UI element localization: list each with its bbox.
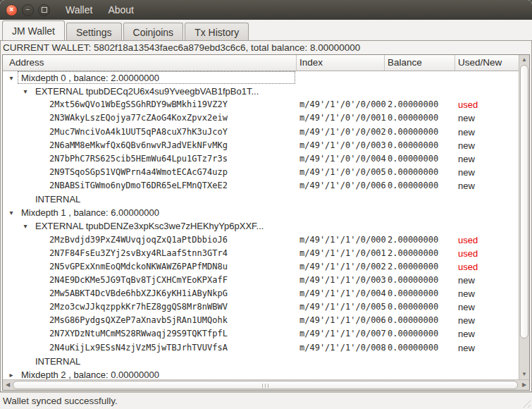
address-cell: 2N9TSqoSGpS1VQWPrn4a4WmotECAcG74uzp bbox=[49, 166, 228, 179]
tree-body: ▾Mixdepth 0 , balance: 2.00000000▾EXTERN… bbox=[3, 71, 519, 379]
tree-row[interactable]: 2N7bPhC7RS625cib5HEmWu64Lpu1GTz7r3sm/49'… bbox=[3, 152, 519, 166]
address-cell: 2N5vGPExXnmEoQMdckoNKWAWZ6PAPfMDN8u bbox=[49, 260, 228, 274]
tree-row[interactable]: 2Muc7WnciVoA4k1UUT5qPA8cuX7hK3uJcoYm/49'… bbox=[3, 126, 519, 139]
tree-row[interactable]: 2MzBvdjd39PxZ4WUvqjoqZxQ1aPtDbbioJ6m/49'… bbox=[3, 233, 519, 247]
status-cell: new bbox=[458, 314, 475, 327]
column-header-balance[interactable]: Balance bbox=[385, 55, 455, 71]
status-cell: new bbox=[458, 287, 475, 300]
scroll-down-icon[interactable]: ▼ bbox=[519, 370, 529, 379]
status-cell: new bbox=[458, 341, 475, 355]
address-cell: 2Mzo3cwJJkqzppkKr7hEZ8ggQS8Mr8nWBWV bbox=[49, 300, 228, 314]
index-cell: m/49'/1'/1'/0/000 bbox=[299, 233, 386, 247]
close-icon: × bbox=[10, 6, 14, 13]
status-cell: used bbox=[458, 260, 478, 274]
index-cell: m/49'/1'/1'/0/001 bbox=[299, 247, 386, 260]
column-header-index[interactable]: Index bbox=[297, 55, 385, 71]
resize-grip-icon[interactable] bbox=[521, 398, 531, 408]
scroll-right-icon[interactable]: ▶ bbox=[519, 380, 529, 390]
index-cell: m/49'/1'/1'/0/004 bbox=[299, 287, 386, 300]
balance-cell: 2.00000000 bbox=[388, 260, 438, 274]
index-cell: m/49'/1'/1'/0/006 bbox=[299, 314, 386, 327]
chevron-down-icon[interactable]: ▾ bbox=[7, 71, 16, 85]
tree-row[interactable]: 2N7F84FsEu3ZYj2svBxy4RLaafStnn3GTr4m/49'… bbox=[3, 247, 519, 260]
maximize-icon bbox=[42, 7, 47, 13]
vertical-scrollbar[interactable]: ▲ ▼ bbox=[519, 55, 529, 379]
index-cell: m/49'/1'/0'/0/004 bbox=[299, 152, 386, 166]
address-cell: 2N4E9DcKMe5JG9TqBv8TjCXHCmYEoKPXafF bbox=[49, 274, 228, 287]
address-cell: Mixdepth 2 , balance: 0.00000000 bbox=[21, 368, 159, 379]
index-cell: m/49'/1'/0'/0/003 bbox=[299, 139, 386, 152]
balance-cell: 2.00000000 bbox=[388, 233, 438, 247]
status-cell: used bbox=[458, 98, 478, 111]
tab-settings[interactable]: Settings bbox=[66, 23, 122, 41]
tree-row[interactable]: 2N7XYDzNtuMCmMS28RWwaqj29S9TQKTfpfLm/49'… bbox=[3, 327, 519, 341]
tab-coinjoins[interactable]: Coinjoins bbox=[123, 23, 184, 41]
tree-row[interactable]: ▾EXTERNAL tpubDENZe3xpKsc3we7zHEKhyYp6pX… bbox=[3, 219, 519, 233]
chevron-down-icon[interactable]: ▾ bbox=[7, 206, 16, 219]
index-cell: m/49'/1'/1'/0/003 bbox=[299, 274, 386, 287]
chevron-down-icon[interactable]: ▾ bbox=[21, 85, 30, 98]
close-button[interactable]: × bbox=[6, 4, 18, 16]
menubar: Wallet About bbox=[66, 4, 134, 16]
tree-row[interactable]: INTERNAL bbox=[3, 355, 519, 368]
minimize-button[interactable]: − bbox=[22, 4, 34, 16]
balance-cell: 0.00000000 bbox=[388, 300, 438, 314]
tab-jm-wallet[interactable]: JM Wallet bbox=[2, 20, 65, 41]
tree-row[interactable]: 2N6aMM8eMkwfQx6QBv6nwvRJadVEkNFvMKgm/49'… bbox=[3, 139, 519, 152]
column-header-address[interactable]: Address bbox=[3, 55, 297, 71]
address-cell: EXTERNAL tpubDECq2U6x4su9YveegbVAB1fpBo1… bbox=[35, 85, 259, 98]
titlebar: × − Wallet About bbox=[0, 0, 532, 20]
horizontal-scrollbar[interactable]: ◀ ▶ bbox=[3, 379, 529, 390]
tree-row[interactable]: INTERNAL bbox=[3, 193, 519, 206]
address-cell: 2MsG86PydgsQXZeP7aXnavbSjRAn1UMQohk bbox=[49, 314, 228, 327]
balance-cell: 0.00000000 bbox=[388, 287, 438, 300]
status-cell: new bbox=[458, 274, 475, 287]
tree-row[interactable]: 2NBABSiTGWmo6nyDmoT6DR65eLFMnQTXeE2m/49'… bbox=[3, 179, 519, 193]
index-cell: m/49'/1'/1'/0/005 bbox=[299, 300, 386, 314]
balance-cell: 2.00000000 bbox=[388, 247, 438, 260]
focus-rectangle bbox=[18, 71, 295, 84]
status-message: Wallet synced successfully. bbox=[3, 393, 118, 409]
maximize-button[interactable] bbox=[38, 4, 50, 16]
column-header-used-new[interactable]: Used/New bbox=[455, 55, 521, 71]
menu-about[interactable]: About bbox=[108, 4, 134, 16]
tree-row[interactable]: ▾Mixdepth 1 , balance: 6.00000000 bbox=[3, 206, 519, 219]
scroll-up-icon[interactable]: ▲ bbox=[519, 55, 529, 65]
tab-tx-history[interactable]: Tx History bbox=[185, 23, 249, 41]
scroll-left-icon[interactable]: ◀ bbox=[3, 380, 13, 390]
status-cell: new bbox=[458, 111, 475, 125]
menu-wallet[interactable]: Wallet bbox=[66, 4, 92, 16]
status-cell: new bbox=[458, 179, 475, 193]
status-cell: new bbox=[458, 126, 475, 139]
tree-row[interactable]: 2N4uKijLx9ESsN4zjVzM5jwTBJrhTVUVfsAm/49'… bbox=[3, 341, 519, 355]
vertical-scrollbar-thumb[interactable] bbox=[520, 65, 528, 338]
tree-row[interactable]: 2N9TSqoSGpS1VQWPrn4a4WmotECAcG74uzpm/49'… bbox=[3, 166, 519, 179]
chevron-right-icon[interactable]: ▸ bbox=[7, 368, 16, 379]
status-cell: new bbox=[458, 300, 475, 314]
tree-row[interactable]: 2N3WAkyLszEQojya77cZAoG4KoxZpvx2eiwm/49'… bbox=[3, 111, 519, 125]
chevron-down-icon[interactable]: ▾ bbox=[21, 219, 30, 233]
tree-row[interactable]: 2N4E9DcKMe5JG9TqBv8TjCXHCmYEoKPXafFm/49'… bbox=[3, 274, 519, 287]
minimize-icon: − bbox=[26, 6, 30, 13]
tree-row[interactable]: 2Mxt56wQVo1WbEgSSGhRDY9wBMkhi19VZ2Ym/49'… bbox=[3, 98, 519, 111]
address-cell: 2MzBvdjd39PxZ4WUvqjoqZxQ1aPtDbbioJ6 bbox=[49, 233, 228, 247]
horizontal-scrollbar-thumb[interactable] bbox=[13, 381, 518, 389]
tree-row[interactable]: ▾Mixdepth 0 , balance: 2.00000000 bbox=[3, 71, 519, 85]
tree-row[interactable]: 2Mw5ABKT4DcVBde6hbXZJK6yKH1iAByNkpGm/49'… bbox=[3, 287, 519, 300]
address-cell: Mixdepth 1 , balance: 6.00000000 bbox=[21, 206, 159, 219]
tree-header: Address Index Balance Used/New bbox=[3, 55, 519, 71]
tree-row[interactable]: ▸Mixdepth 2 , balance: 0.00000000 bbox=[3, 368, 519, 379]
tree-row[interactable]: 2N5vGPExXnmEoQMdckoNKWAWZ6PAPfMDN8um/49'… bbox=[3, 260, 519, 274]
tree-row[interactable]: ▾EXTERNAL tpubDECq2U6x4su9YveegbVAB1fpBo… bbox=[3, 85, 519, 98]
status-cell: new bbox=[458, 139, 475, 152]
balance-cell: 0.00000000 bbox=[388, 327, 438, 341]
address-cell: EXTERNAL tpubDENZe3xpKsc3we7zHEKhyYp6pXX… bbox=[35, 219, 264, 233]
address-cell: 2N3WAkyLszEQojya77cZAoG4KoxZpvx2eiw bbox=[49, 111, 228, 125]
address-cell: 2N7XYDzNtuMCmMS28RWwaqj29S9TQKTfpfL bbox=[49, 327, 228, 341]
tree-row[interactable]: 2Mzo3cwJJkqzppkKr7hEZ8ggQS8Mr8nWBWVm/49'… bbox=[3, 300, 519, 314]
status-cell: new bbox=[458, 327, 475, 341]
tree-row[interactable]: 2MsG86PydgsQXZeP7aXnavbSjRAn1UMQohkm/49'… bbox=[3, 314, 519, 327]
balance-cell: 0.00000000 bbox=[388, 152, 438, 166]
wallet-tree: Address Index Balance Used/New ▾Mixdepth… bbox=[2, 54, 530, 391]
balance-cell: 0.00000000 bbox=[388, 341, 438, 355]
